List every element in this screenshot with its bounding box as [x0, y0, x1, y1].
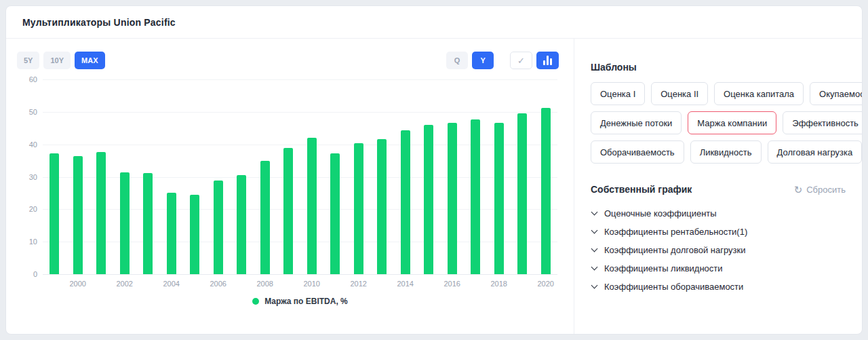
template-button-marzha-kompanii[interactable]: Маржа компании	[688, 111, 776, 134]
coef-group-label: Оценочные коэффициенты	[604, 208, 717, 219]
template-row: Оборачиваемость Ликвидность Долговая наг…	[591, 140, 846, 164]
y-axis-tick-label: 50	[16, 108, 37, 116]
template-button-dolgovaya-nagruzka[interactable]: Долговая нагрузка	[768, 140, 863, 164]
chevron-down-icon	[591, 265, 597, 272]
card-header: Мультипликаторы Union Pacific	[6, 6, 862, 39]
chart-controls: Q Y ✓	[446, 52, 559, 69]
chart-type-button[interactable]	[536, 52, 559, 69]
check-icon: ✓	[517, 56, 525, 66]
bar-2013	[377, 139, 387, 274]
x-axis-tick-label: 2012	[345, 280, 372, 288]
chevron-down-icon	[591, 284, 597, 290]
side-panel: Шаблоны Оценка I Оценка II Оценка капита…	[574, 39, 862, 334]
bar-2014	[401, 130, 410, 274]
coef-group-profitability[interactable]: Коэффициенты рентабельности(1)	[591, 223, 846, 241]
bar-2019	[517, 113, 527, 274]
bar-1999	[50, 153, 59, 274]
templates-title: Шаблоны	[591, 62, 846, 73]
custom-chart-header: Собственный график ↻ Сбросить	[591, 184, 846, 195]
template-button-ocenka-2[interactable]: Оценка II	[651, 82, 708, 105]
ebitda-margin-chart[interactable]: 0102030405060200020022004200620082010201…	[17, 79, 559, 317]
gridline	[43, 274, 557, 275]
period-year-button[interactable]: Y	[472, 52, 494, 69]
range-5y-button[interactable]: 5Y	[17, 52, 39, 69]
custom-chart-title: Собственный график	[591, 184, 692, 195]
bar-2001	[96, 152, 106, 274]
bar-2020	[541, 108, 551, 274]
bar-2000	[73, 156, 83, 274]
template-button-okupaemost[interactable]: Окупаемость	[810, 82, 863, 105]
bar-2010	[307, 138, 317, 274]
chevron-down-icon	[591, 247, 597, 254]
range-max-button[interactable]: MAX	[75, 52, 104, 69]
y-axis-tick-label: 20	[16, 205, 37, 213]
gridline	[43, 112, 557, 113]
chart-plot-area: 0102030405060200020022004200620082010201…	[43, 79, 557, 274]
x-axis-tick-label: 2016	[439, 280, 466, 288]
bar-2011	[330, 153, 340, 274]
bar-2008	[260, 161, 270, 274]
bar-2004	[167, 193, 176, 274]
gridline	[43, 145, 557, 145]
y-axis-tick-label: 0	[16, 270, 37, 278]
template-button-ocenka-1[interactable]: Оценка I	[591, 82, 645, 105]
x-axis-tick-label: 2002	[111, 280, 138, 288]
coef-group-label: Коэффициенты оборачиваемости	[604, 282, 743, 292]
page-title: Мультипликаторы Union Pacific	[22, 17, 176, 28]
range-selector: 5Y 10Y MAX	[17, 52, 105, 69]
template-button-likvidnost[interactable]: Ликвидность	[690, 140, 762, 164]
chevron-down-icon	[591, 210, 597, 217]
bar-2003	[143, 173, 153, 274]
card-content: 5Y 10Y MAX Q Y ✓ 01020304050602000200220…	[6, 39, 862, 334]
bar-2018	[494, 123, 504, 274]
coef-group-valuation[interactable]: Оценочные коэффициенты	[591, 204, 846, 223]
period-quarter-button[interactable]: Q	[446, 52, 468, 69]
bar-2015	[424, 125, 433, 274]
reset-button[interactable]: ↻ Сбросить	[794, 185, 846, 195]
chart-legend: Маржа по EBITDA, %	[43, 297, 557, 306]
bar-2006	[214, 181, 223, 274]
range-10y-button[interactable]: 10Y	[43, 52, 71, 69]
chevron-down-icon	[591, 229, 597, 235]
reset-icon: ↻	[794, 185, 803, 195]
chart-panel: 5Y 10Y MAX Q Y ✓ 01020304050602000200220…	[6, 39, 574, 334]
template-button-effektivnost[interactable]: Эффективность	[783, 111, 863, 134]
y-axis-tick-label: 40	[16, 140, 37, 149]
bar-2002	[120, 172, 130, 274]
y-axis-tick-label: 60	[16, 75, 37, 83]
x-axis-tick-label: 2020	[532, 280, 559, 288]
x-axis-tick-label: 2006	[205, 280, 232, 288]
legend-label: Маржа по EBITDA, %	[264, 297, 348, 306]
coefficient-groups-list: Оценочные коэффициенты Коэффициенты рент…	[591, 204, 846, 296]
gridline	[43, 79, 557, 80]
y-axis-tick-label: 30	[16, 173, 37, 181]
template-button-ocenka-kapitala[interactable]: Оценка капитала	[714, 82, 804, 105]
coef-group-liquidity[interactable]: Коэффициенты ликвидности	[591, 259, 846, 278]
bar-2016	[448, 123, 457, 274]
x-axis-tick-label: 2014	[392, 280, 419, 288]
coef-group-turnover[interactable]: Коэффициенты оборачиваемости	[591, 278, 846, 296]
template-row: Денежные потоки Маржа компании Эффективн…	[591, 111, 846, 134]
x-axis-tick-label: 2018	[486, 280, 513, 288]
chart-toolbar: 5Y 10Y MAX Q Y ✓	[17, 51, 559, 70]
bar-2007	[237, 175, 246, 274]
coef-group-label: Коэффициенты долговой нагрузки	[604, 245, 745, 255]
template-buttons: Оценка I Оценка II Оценка капитала Окупа…	[591, 82, 846, 164]
coef-group-label: Коэффициенты рентабельности(1)	[604, 227, 747, 237]
multipliers-card: Мультипликаторы Union Pacific 5Y 10Y MAX…	[5, 5, 863, 335]
bar-2005	[190, 195, 199, 274]
confirm-button[interactable]: ✓	[510, 52, 532, 69]
template-button-oborachivaemost[interactable]: Оборачиваемость	[591, 140, 684, 164]
x-axis-tick-label: 2010	[298, 280, 326, 288]
coef-group-debt[interactable]: Коэффициенты долговой нагрузки	[591, 241, 846, 259]
x-axis-tick-label: 2008	[252, 280, 279, 288]
bar-2009	[283, 148, 293, 274]
x-axis-tick-label: 2004	[158, 280, 185, 288]
y-axis-tick-label: 10	[16, 238, 37, 246]
reset-label: Сбросить	[806, 185, 846, 195]
legend-dot	[252, 298, 259, 305]
template-row: Оценка I Оценка II Оценка капитала Окупа…	[591, 82, 846, 105]
coef-group-label: Коэффициенты ликвидности	[604, 263, 723, 273]
template-button-denezhnye-potoki[interactable]: Денежные потоки	[591, 111, 682, 134]
x-axis-tick-label: 2000	[64, 280, 92, 288]
